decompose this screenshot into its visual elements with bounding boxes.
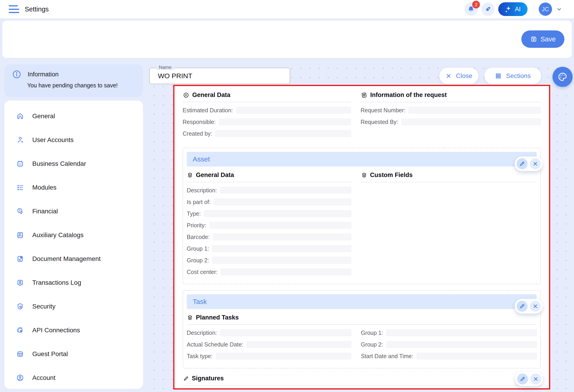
notification-badge: 2 [472,1,480,8]
signature-pencil-icon [183,375,189,382]
sidebar-item-account[interactable]: Account [4,366,143,390]
edit-section-button[interactable] [516,158,528,169]
settings-sidebar: General User Accounts Business Calendar … [4,101,143,389]
sidebar-item-guest-portal[interactable]: Guest Portal [4,342,143,366]
sidebar-item-transactions-log[interactable]: Transactions Log [4,271,143,294]
sidebar-item-label: Transactions Log [32,279,81,286]
sidebar-item-auxiliary-catalogs[interactable]: Auxiliary Catalogs [4,223,143,247]
menu-icon[interactable] [9,5,19,13]
avatar[interactable]: JC [539,2,552,16]
remove-section-button[interactable] [530,158,541,169]
asset-section-title: Asset [193,155,210,163]
pencil-icon [519,160,525,167]
book-icon [16,231,24,239]
field-row: Group 2: [361,341,537,348]
asset-section-header: Asset [187,152,537,166]
sidebar-item-api-connections[interactable]: API Connections [4,318,143,342]
sidebar-item-user-accounts[interactable]: User Accounts [4,128,143,152]
field-placeholder [212,245,351,252]
field-row: Cost center: [187,269,351,275]
close-button[interactable]: Close [439,68,478,84]
sidebar-item-label: Modules [32,184,57,191]
remove-section-button[interactable] [530,301,541,312]
field-placeholder [212,257,351,264]
layers-icon [187,172,193,178]
sidebar-item-general[interactable]: General [4,104,143,128]
edit-section-button[interactable] [517,373,528,384]
field-row: Responsible: [183,118,351,125]
name-input[interactable] [150,68,290,84]
task-section-header: Task [187,294,537,309]
field-placeholder [216,353,351,359]
field-row: Request Number: [361,107,541,114]
field-placeholder [215,130,351,137]
section-title: Custom Fields [370,172,413,179]
document-clock-icon [16,255,24,263]
header-actions: 2 AI JC [464,2,574,16]
info-title: Information [28,71,59,78]
sections-icon [494,72,502,79]
close-icon [445,73,452,79]
sparkle-icon [504,5,512,13]
asset-section[interactable]: Asset General Data Description: Is part … [183,148,541,284]
template-preview-sheet[interactable]: General Data Estimated Duration: Respons… [173,85,550,390]
remove-section-button[interactable] [530,373,541,384]
save-button[interactable]: Save [521,30,564,48]
field-placeholder [214,198,351,205]
theme-button[interactable] [553,67,573,87]
notifications-button[interactable]: 2 [464,2,478,16]
top-header: Settings 2 [0,0,574,19]
info-icon [12,70,21,79]
sections-button-label: Sections [506,72,531,79]
sidebar-item-financial[interactable]: $ Financial [4,199,143,223]
close-icon [533,376,539,382]
request-info-icon [361,92,368,98]
ai-button-label: AI [515,6,521,13]
field-placeholder [213,234,351,240]
sidebar-item-business-calendar[interactable]: Business Calendar [4,152,143,176]
edit-section-button[interactable] [516,301,528,312]
chevron-down-icon[interactable] [556,6,563,13]
chip-gear-icon [16,326,24,334]
section-title: Planned Tasks [196,314,239,321]
field-placeholder [220,187,351,194]
field-placeholder [209,222,351,229]
floppy-icon [530,36,537,43]
ai-assistant-button[interactable]: AI [498,2,528,16]
whats-new-button[interactable] [481,2,494,16]
field-row: Group 1: [361,329,537,336]
sections-button[interactable]: Sections [484,68,541,84]
sidebar-item-label: Auxiliary Catalogs [32,232,83,239]
sidebar-item-label: Security [32,303,55,310]
template-name-field: Name [149,68,290,84]
info-message: You have pending changes to save! [27,82,136,89]
top-sections: General Data Estimated Duration: Respons… [183,92,541,142]
signature-slots: Accepted By Performed By Validated By [183,390,541,392]
sidebar-item-label: Account [32,374,55,381]
field-row: Requested By: [361,118,541,125]
general-data-icon [183,92,189,98]
field-row: Description: [187,329,351,336]
field-row: Barcode: [187,234,351,240]
field-row: Group 2: [187,257,351,264]
shield-icon [16,303,24,310]
sidebar-item-modules[interactable]: Modules [4,176,143,199]
field-row: Is part of: [187,198,351,205]
field-placeholder [409,107,541,114]
close-button-label: Close [456,72,472,79]
field-placeholder [219,118,351,125]
field-row: Description: [187,187,351,194]
field-placeholder [221,269,351,275]
field-placeholder [246,341,351,348]
signatures-section[interactable]: Signatures Accepted By Performed By Vali… [183,375,541,392]
signatures-section-actions [515,372,543,386]
sidebar-item-security[interactable]: Security [4,294,143,318]
checklist-icon [16,184,24,191]
close-icon [532,160,538,167]
close-icon [532,303,538,310]
palette-icon [557,72,568,82]
asset-section-actions [515,157,543,171]
sidebar-item-document-management[interactable]: Document Management [4,247,143,271]
field-placeholder [386,341,537,348]
task-section[interactable]: Task Planned Tasks Description: Actual S… [183,290,541,369]
